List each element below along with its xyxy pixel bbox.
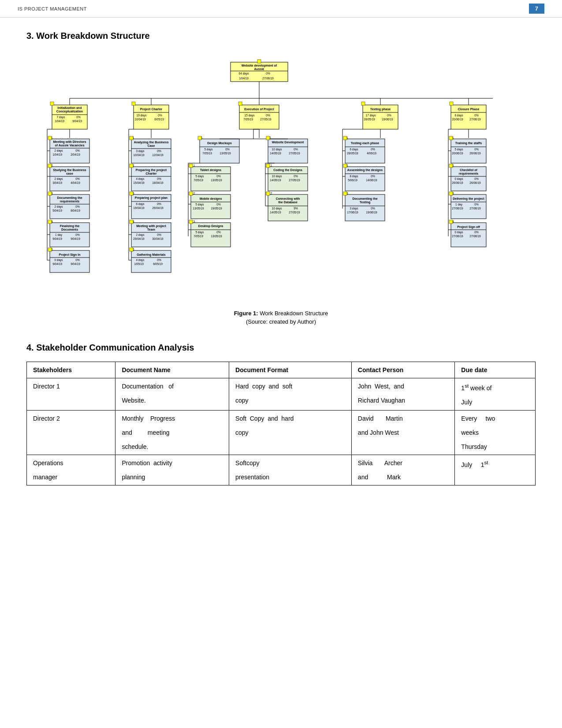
svg-rect-331 [449, 164, 453, 168]
svg-text:Delivering the project: Delivering the project [453, 197, 484, 201]
svg-rect-317 [130, 192, 133, 195]
svg-rect-337 [361, 102, 365, 105]
cell-due: 1st week ofJuly [455, 378, 536, 411]
svg-text:Studying the Business: Studying the Business [53, 168, 86, 172]
svg-text:1/04/19: 1/04/19 [55, 119, 64, 123]
svg-text:0%: 0% [157, 233, 161, 236]
svg-rect-322 [189, 164, 193, 168]
svg-text:19/05/19: 19/05/19 [211, 207, 222, 210]
svg-rect-325 [266, 164, 270, 168]
svg-text:0%: 0% [266, 114, 270, 117]
page-header: IS PROJECT MANAGEMENT 7 [0, 0, 562, 18]
svg-text:28/05/19: 28/05/19 [364, 118, 375, 121]
cell-stakeholder: Operationsmanager [27, 455, 115, 485]
svg-text:Documenting the: Documenting the [57, 196, 82, 200]
svg-text:0%: 0% [474, 177, 479, 180]
svg-text:0%: 0% [474, 148, 479, 151]
svg-rect-338 [450, 102, 453, 105]
svg-text:27/06/19: 27/06/19 [262, 77, 274, 80]
svg-text:30/04/19: 30/04/19 [152, 237, 164, 240]
svg-text:14/05/19: 14/05/19 [270, 179, 281, 182]
svg-text:26/04/19: 26/04/19 [152, 206, 164, 209]
svg-text:0%: 0% [371, 175, 375, 178]
svg-text:26/06/19: 26/06/19 [469, 152, 481, 155]
col-header-docformat: Document Format [229, 362, 352, 378]
svg-text:Case: Case [147, 144, 155, 147]
cell-docname: Documentation ofWebsite. [115, 378, 229, 411]
svg-text:27/06/19: 27/06/19 [469, 235, 481, 238]
svg-rect-310 [48, 136, 52, 140]
svg-text:Aussie: Aussie [254, 67, 264, 71]
svg-rect-330 [449, 136, 453, 140]
figure-caption-label: Figure 1: [234, 310, 258, 317]
svg-text:Training the staffs: Training the staffs [455, 142, 481, 145]
svg-text:0%: 0% [474, 203, 479, 206]
page-content: 3. Work Breakdown Structure Website deve… [0, 18, 562, 499]
svg-rect-328 [343, 164, 347, 168]
col-header-docname: Document Name [115, 362, 229, 378]
svg-rect-312 [48, 192, 52, 195]
svg-rect-315 [130, 136, 133, 140]
svg-text:of Aussie Vacancies: of Aussie Vacancies [55, 144, 84, 147]
svg-text:17 days: 17 days [365, 114, 376, 117]
svg-rect-319 [130, 248, 133, 251]
svg-rect-323 [189, 192, 193, 195]
svg-text:0%: 0% [371, 148, 375, 151]
svg-rect-314 [48, 248, 52, 251]
table-header-row: Stakeholders Document Name Document Form… [27, 362, 536, 378]
svg-text:0%: 0% [225, 148, 230, 151]
svg-text:Website Development: Website Development [272, 141, 304, 144]
cell-contact: David Martinand John West [351, 410, 454, 455]
svg-text:9/04/19: 9/04/19 [72, 119, 82, 123]
svg-text:27/05/19: 27/05/19 [289, 179, 300, 182]
svg-rect-332 [449, 192, 453, 195]
svg-text:13/05/19: 13/05/19 [211, 235, 222, 238]
svg-text:6/05/19: 6/05/19 [154, 118, 164, 121]
page-number: 7 [529, 4, 544, 14]
svg-text:Documenting the: Documenting the [352, 197, 377, 201]
svg-text:0%: 0% [474, 231, 479, 234]
svg-text:Testing: Testing [359, 201, 370, 204]
svg-text:Team: Team [147, 228, 155, 231]
svg-text:0%: 0% [157, 177, 161, 180]
svg-text:Project Sign In: Project Sign In [59, 253, 80, 257]
svg-text:Meeting with project: Meeting with project [136, 224, 166, 228]
svg-text:1/04/19: 1/04/19 [52, 153, 62, 156]
svg-text:0%: 0% [474, 114, 479, 117]
svg-text:7/05/19: 7/05/19 [243, 118, 253, 121]
svg-text:0 days: 0 days [454, 177, 463, 181]
svg-text:7/05/19: 7/05/19 [194, 235, 203, 238]
svg-text:Project Sign off: Project Sign off [457, 225, 480, 229]
svg-rect-311 [48, 164, 52, 168]
svg-text:13/05/19: 13/05/19 [220, 152, 231, 155]
svg-text:15/04/19: 15/04/19 [133, 181, 145, 184]
svg-text:4/04/19: 4/04/19 [71, 181, 80, 184]
svg-text:1/05/19: 1/05/19 [134, 262, 144, 265]
col-header-contact: Contact Person [351, 362, 454, 378]
svg-text:29/04/19: 29/04/19 [133, 237, 145, 240]
svg-text:3 days: 3 days [350, 207, 358, 210]
svg-text:12/04/19: 12/04/19 [152, 153, 164, 157]
svg-text:0%: 0% [387, 114, 391, 117]
wbs-diagram: Website development of Aussie 64 days 0%… [26, 54, 536, 301]
svg-text:10/04/19: 10/04/19 [134, 118, 146, 121]
svg-text:3 days: 3 days [136, 149, 145, 153]
svg-text:20/06/19: 20/06/19 [452, 152, 463, 155]
col-header-due: Due date [455, 362, 536, 378]
svg-rect-318 [130, 220, 133, 224]
cell-due: July 1st [455, 455, 536, 485]
svg-text:19 days: 19 days [136, 114, 147, 117]
svg-text:0%: 0% [216, 203, 221, 206]
svg-text:Finalizing the: Finalizing the [60, 224, 79, 228]
svg-text:14/05/19: 14/05/19 [270, 211, 281, 214]
svg-text:18/04/19: 18/04/19 [152, 181, 164, 184]
svg-text:27/06/19: 27/06/19 [469, 207, 481, 210]
cell-docname: Monthly Progress and meeting schedule. [115, 410, 229, 455]
svg-text:27/06/19: 27/06/19 [452, 207, 463, 210]
svg-text:19/06/19: 19/06/19 [382, 118, 393, 121]
svg-text:2 days: 2 days [136, 233, 145, 237]
svg-text:9/04/19: 9/04/19 [71, 237, 80, 240]
svg-text:5/06/19: 5/06/19 [348, 179, 357, 182]
svg-text:2 days: 2 days [54, 205, 63, 209]
svg-text:27/06/19: 27/06/19 [469, 118, 481, 121]
